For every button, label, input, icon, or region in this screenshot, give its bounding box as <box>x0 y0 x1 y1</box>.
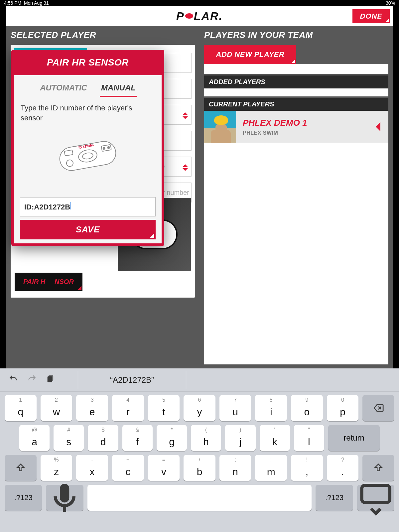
status-date: Mon Aug 31 <box>24 0 49 6</box>
sort-down-icon[interactable] <box>183 116 188 122</box>
status-bar: 4:56 PM Mon Aug 31 30% <box>0 0 399 6</box>
key-k[interactable]: 'k <box>260 425 290 451</box>
key-dismiss-keyboard[interactable] <box>357 485 394 511</box>
status-time: 4:56 PM <box>4 0 21 6</box>
tab-automatic[interactable]: AUTOMATIC <box>39 81 88 97</box>
save-button[interactable]: SAVE <box>20 220 156 239</box>
svg-rect-9 <box>48 376 52 382</box>
undo-icon[interactable] <box>9 374 18 386</box>
key-return[interactable]: return <box>328 425 380 451</box>
pair-hr-sensor-modal: PAIR HR SENSOR AUTOMATIC MANUAL Type the… <box>11 50 164 246</box>
key-t[interactable]: 5t <box>148 395 180 421</box>
key-s[interactable]: #s <box>54 425 84 451</box>
keyboard-row-3: %z-x+c=v/b;n:m!,?. <box>5 455 394 481</box>
key-m[interactable]: :m <box>255 455 287 481</box>
keyboard-suggestion[interactable]: “A2D1272B” <box>78 371 186 389</box>
svg-rect-7 <box>65 150 73 156</box>
keyboard-row-1: 1q2w3e4r5t6y7u8i9o0p <box>5 395 394 421</box>
selected-player-title: SELECTED PLAYER <box>11 30 195 40</box>
key-z[interactable]: %z <box>41 455 72 481</box>
keyboard-row-4: .?123 .?123 <box>5 485 394 511</box>
sort-down-icon[interactable] <box>183 168 188 174</box>
key-f[interactable]: &f <box>122 425 153 451</box>
team-players-column: PLAYERS IN YOUR TEAM ADD NEW PLAYER ADDE… <box>200 26 393 368</box>
key-w[interactable]: 2w <box>41 395 72 421</box>
added-players-header: ADDED PLAYERS <box>204 75 388 88</box>
done-button[interactable]: DONE <box>352 9 390 23</box>
add-new-player-button[interactable]: ADD NEW PLAYER <box>204 45 296 64</box>
key-c[interactable]: +c <box>112 455 144 481</box>
player-row[interactable]: PHLEX DEMO 1 PHLEX SWIM <box>204 111 388 143</box>
key-v[interactable]: =v <box>148 455 180 481</box>
team-players-title: PLAYERS IN YOUR TEAM <box>204 30 388 40</box>
key-numbers-right[interactable]: .?123 <box>316 485 353 511</box>
key-j[interactable]: )j <box>225 425 255 451</box>
key-space[interactable] <box>87 485 312 511</box>
key-p[interactable]: 0p <box>327 395 359 421</box>
key-b[interactable]: /b <box>184 455 215 481</box>
key-x[interactable]: -x <box>76 455 108 481</box>
sensor-id-input[interactable]: ID:A2D1272B <box>20 197 156 216</box>
key-o[interactable]: 9o <box>291 395 323 421</box>
key-l[interactable]: "l <box>294 425 324 451</box>
key-d[interactable]: $d <box>88 425 118 451</box>
svg-rect-14 <box>362 485 390 503</box>
key-backspace[interactable] <box>362 395 394 421</box>
svg-rect-12 <box>60 484 69 502</box>
modal-hint: Type the ID number of the player's senso… <box>21 103 155 123</box>
current-players-header: CURRENT PLAYERS <box>204 98 388 111</box>
sensor-illustration: ID 123456 <box>20 126 156 186</box>
key-q[interactable]: 1q <box>5 395 37 421</box>
key-shift-right[interactable] <box>362 455 394 481</box>
on-screen-keyboard: “A2D1272B” 1q2w3e4r5t6y7u8i9o0p @a#s$d&f… <box>0 368 399 532</box>
key-n[interactable]: ;n <box>219 455 251 481</box>
keyboard-toolbar: “A2D1272B” <box>0 368 399 392</box>
empty-area <box>204 143 388 364</box>
key-.[interactable]: ?. <box>327 455 359 481</box>
spacer <box>204 88 388 96</box>
key-e[interactable]: 3e <box>76 395 108 421</box>
chevron-left-icon[interactable] <box>371 122 380 131</box>
sort-up-icon[interactable] <box>183 110 188 115</box>
tab-manual[interactable]: MANUAL <box>100 81 137 97</box>
key-mic[interactable] <box>46 485 83 511</box>
key-y[interactable]: 6y <box>184 395 215 421</box>
player-name: PHLEX DEMO 1 <box>243 118 371 128</box>
brand-logo: P LAR. <box>176 10 223 23</box>
key-a[interactable]: @a <box>19 425 50 451</box>
key-g[interactable]: *g <box>157 425 187 451</box>
sensor-id-value: ID:A2D1272B <box>24 203 70 211</box>
player-team: PHLEX SWIM <box>243 130 371 136</box>
status-battery: 30% <box>386 0 395 6</box>
player-avatar <box>204 111 236 143</box>
redo-icon[interactable] <box>27 374 37 386</box>
modal-title: PAIR HR SENSOR <box>11 50 164 75</box>
key-h[interactable]: (h <box>191 425 221 451</box>
keyboard-row-2: @a#s$d&f*g(h)j'k"lreturn <box>5 425 394 451</box>
key-numbers[interactable]: .?123 <box>5 485 42 511</box>
key-,[interactable]: !, <box>291 455 323 481</box>
clipboard-icon[interactable] <box>46 374 55 386</box>
brand-dot-icon <box>185 13 193 19</box>
brand-left: P <box>176 10 185 23</box>
sort-up-icon[interactable] <box>183 162 188 167</box>
key-r[interactable]: 4r <box>112 395 144 421</box>
key-u[interactable]: 7u <box>219 395 251 421</box>
brand-right: LAR. <box>194 10 223 23</box>
spacer <box>204 64 388 74</box>
app-header: P LAR. DONE <box>6 6 393 26</box>
modal-tabs: AUTOMATIC MANUAL <box>20 81 156 97</box>
key-shift-left[interactable] <box>5 455 37 481</box>
pair-hr-sensor-button[interactable]: PAIR H NSOR <box>15 273 82 291</box>
key-i[interactable]: 8i <box>255 395 287 421</box>
